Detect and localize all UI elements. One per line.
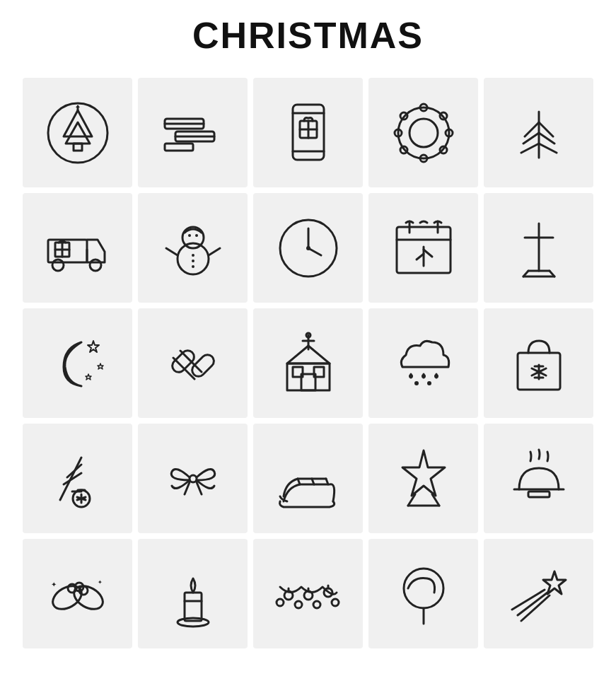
icon-shopping-bag[interactable] — [484, 308, 593, 418]
svg-line-33 — [539, 144, 557, 153]
icon-christmas-tree-circle[interactable] — [23, 78, 132, 187]
icon-star-decoration[interactable] — [368, 424, 478, 533]
icon-string-lights[interactable] — [253, 539, 363, 648]
icon-grid: ✦ ✦ — [23, 78, 593, 648]
icon-lollipop[interactable] — [368, 539, 478, 648]
svg-point-36 — [90, 260, 101, 271]
icon-bell-dish[interactable] — [484, 424, 593, 533]
icon-calendar[interactable] — [368, 193, 478, 303]
icon-snow-cloud[interactable] — [368, 308, 478, 418]
svg-text:✦: ✦ — [51, 581, 57, 588]
svg-point-121 — [178, 618, 209, 627]
icon-holly[interactable]: ✦ ✦ — [23, 539, 132, 648]
icon-wreath[interactable] — [368, 78, 478, 187]
svg-point-48 — [192, 265, 194, 268]
svg-line-51 — [308, 248, 321, 255]
svg-point-129 — [277, 599, 284, 606]
svg-point-44 — [188, 234, 191, 237]
svg-point-133 — [404, 569, 443, 608]
svg-marker-135 — [543, 571, 566, 594]
svg-line-59 — [424, 250, 432, 257]
svg-marker-107 — [402, 450, 445, 496]
svg-point-132 — [332, 599, 339, 606]
icon-snowman[interactable] — [138, 193, 248, 303]
svg-point-52 — [306, 246, 310, 250]
svg-point-18 — [409, 119, 438, 147]
svg-rect-112 — [528, 491, 550, 497]
icon-moon-stars[interactable] — [23, 308, 132, 418]
page-title: CHRISTMAS — [192, 14, 424, 57]
svg-point-46 — [192, 254, 194, 257]
icon-shooting-star[interactable] — [484, 539, 593, 648]
svg-point-47 — [192, 260, 194, 262]
icon-sled[interactable] — [253, 424, 363, 533]
svg-point-82 — [427, 381, 431, 385]
svg-line-42 — [166, 248, 178, 255]
svg-point-131 — [313, 601, 320, 608]
svg-rect-120 — [185, 593, 202, 621]
icon-candle[interactable] — [138, 539, 248, 648]
icon-cross[interactable] — [484, 193, 593, 303]
icon-bow[interactable] — [138, 424, 248, 533]
svg-text:✦: ✦ — [98, 579, 103, 586]
icon-gift-truck[interactable] — [23, 193, 132, 303]
icon-clock[interactable] — [253, 193, 363, 303]
icon-candy[interactable] — [138, 308, 248, 418]
svg-point-101 — [190, 475, 197, 482]
svg-point-45 — [195, 234, 198, 237]
svg-point-81 — [414, 381, 419, 385]
icon-scarf[interactable] — [138, 78, 248, 187]
svg-line-32 — [521, 144, 539, 153]
svg-line-43 — [209, 248, 220, 255]
icon-church[interactable] — [253, 308, 363, 418]
icon-ornament-branch[interactable] — [23, 424, 132, 533]
svg-point-130 — [295, 601, 302, 608]
svg-rect-3 — [74, 144, 82, 151]
svg-point-35 — [52, 260, 64, 271]
svg-rect-8 — [165, 144, 193, 151]
svg-marker-5 — [76, 105, 80, 107]
svg-point-17 — [398, 107, 449, 158]
icon-pine-branch[interactable] — [484, 78, 593, 187]
icon-mobile-gift[interactable] — [253, 78, 363, 187]
